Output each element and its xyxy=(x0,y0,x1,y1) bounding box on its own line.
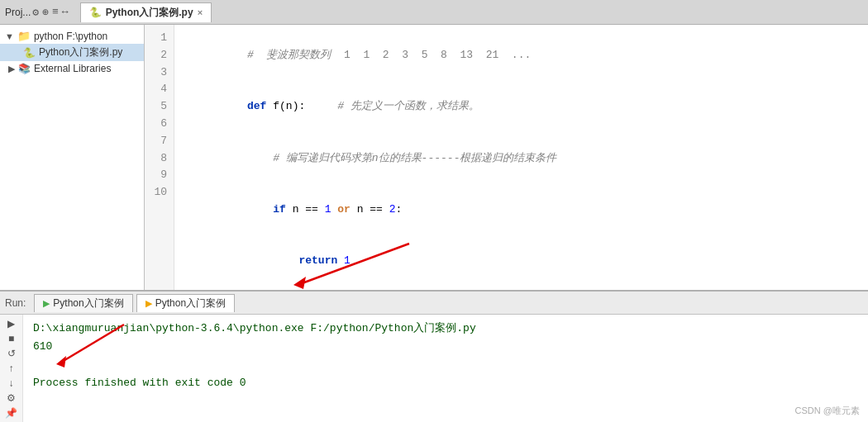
output-610: 610 xyxy=(33,338,858,356)
play-button[interactable]: ▶ xyxy=(3,318,20,330)
editor-tab-active[interactable]: 🐍 Python入门案例.py × xyxy=(80,2,212,22)
sidebar-item-libraries[interactable]: ▶ 📚 External Libraries xyxy=(0,61,144,76)
tab-close-button[interactable]: × xyxy=(198,7,203,17)
code-content: # 斐波那契数列 1 1 2 3 5 8 13 21 ... def f(n):… xyxy=(174,25,868,290)
run-sidebar: ▶ ■ ↺ ↑ ↓ ⚙ 📌 ✕ xyxy=(0,315,23,422)
output-blank xyxy=(33,356,858,374)
comment-3: # 编写递归代码求第n位的结果------根据递归的结束条件 xyxy=(247,152,556,164)
add-icon[interactable]: ⊕ xyxy=(42,6,49,19)
pin-button[interactable]: 📌 xyxy=(3,407,20,419)
kw-return: return xyxy=(247,254,344,267)
project-toolbar: Proj... ⚙ ⊕ ≡ ↔ xyxy=(5,6,69,19)
code-line-2: def f(n): # 先定义一个函数，求结果。 xyxy=(183,81,860,132)
python-file-icon: 🐍 xyxy=(23,47,36,59)
expand-icon[interactable]: ↔ xyxy=(62,6,69,18)
run-tab-bar: Run: ▶ Python入门案例 ▶ Python入门案例 xyxy=(0,292,868,315)
run-icon-1: ▶ xyxy=(43,298,50,309)
command-line: D:\xiangmuruanjian\python-3.6.4\python.e… xyxy=(33,320,858,338)
sidebar-item-file[interactable]: 🐍 Python入门案例.py xyxy=(0,44,144,61)
settings-button[interactable]: ⚙ xyxy=(3,392,20,404)
code-line-4: if n == 1 or n == 2: xyxy=(183,184,860,235)
run-tab-1-label: Python入门案例 xyxy=(53,296,123,311)
chevron-down-icon: ▼ xyxy=(5,31,14,41)
code-line-3: # 编写递归代码求第n位的结果------根据递归的结束条件 xyxy=(183,133,860,184)
stop-button[interactable]: ■ xyxy=(3,333,20,344)
sidebar: ▼ 📁 python F:\python 🐍 Python入门案例.py ▶ 📚… xyxy=(0,25,145,290)
line-numbers: 1 2 3 4 5 6 7 8 9 10 xyxy=(145,25,174,290)
run-content: ▶ ■ ↺ ↑ ↓ ⚙ 📌 ✕ D:\xiangmuruanjian\pytho… xyxy=(0,315,868,422)
top-bar: Proj... ⚙ ⊕ ≡ ↔ 🐍 Python入门案例.py × xyxy=(0,0,868,25)
library-icon: 📚 xyxy=(18,63,31,74)
comment-2: # 先定义一个函数，求结果。 xyxy=(331,100,479,112)
settings-icon[interactable]: ⚙ xyxy=(32,6,39,19)
code-editor[interactable]: 1 2 3 4 5 6 7 8 9 10 # 斐波那契数列 1 1 2 3 5 … xyxy=(145,25,868,290)
run-output: D:\xiangmuruanjian\python-3.6.4\python.e… xyxy=(23,315,868,422)
project-label[interactable]: Proj... xyxy=(5,7,31,18)
bottom-panel: Run: ▶ Python入门案例 ▶ Python入门案例 ▶ ■ ↺ ↑ ↓… xyxy=(0,290,868,422)
process-finished-line: Process finished with exit code 0 xyxy=(33,374,858,392)
rerun-button[interactable]: ↺ xyxy=(3,348,20,359)
sidebar-item-project[interactable]: ▼ 📁 python F:\python xyxy=(0,28,144,44)
watermark: CSDN @唯元素 xyxy=(795,405,860,417)
run-tab-2[interactable]: ▶ Python入门案例 xyxy=(136,294,235,312)
chevron-right-icon: ▶ xyxy=(8,64,15,74)
tab-label: Python入门案例.py xyxy=(106,6,193,20)
scroll-up-button[interactable]: ↑ xyxy=(3,363,20,374)
editor-tab-bar: 🐍 Python入门案例.py × xyxy=(80,2,212,22)
kw-def: def xyxy=(247,100,273,112)
kw-if: if xyxy=(247,203,293,216)
code-line-1: # 斐波那契数列 1 1 2 3 5 8 13 21 ... xyxy=(183,30,860,81)
run-label: Run: xyxy=(5,297,26,309)
main-layout: ▼ 📁 python F:\python 🐍 Python入门案例.py ▶ 📚… xyxy=(0,25,868,290)
comment-1: # 斐波那契数列 1 1 2 3 5 8 13 21 ... xyxy=(247,49,531,61)
code-area: 1 2 3 4 5 6 7 8 9 10 # 斐波那契数列 1 1 2 3 5 … xyxy=(145,25,868,290)
code-line-5: return 1 xyxy=(183,236,860,287)
toolbar-icons: ⚙ ⊕ ≡ ↔ xyxy=(32,6,68,19)
folder-icon: 📁 xyxy=(17,30,31,42)
run-tab-1[interactable]: ▶ Python入门案例 xyxy=(34,294,132,312)
run-tab-2-label: Python入门案例 xyxy=(155,296,226,311)
run-icon-2: ▶ xyxy=(145,298,152,309)
sidebar-project-label: python F:\python xyxy=(34,31,107,42)
tab-file-icon: 🐍 xyxy=(89,7,102,18)
scroll-down-button[interactable]: ↓ xyxy=(3,377,20,389)
fn-name: f(n): xyxy=(273,100,331,112)
menu-icon[interactable]: ≡ xyxy=(52,6,59,18)
sidebar-libraries-label: External Libraries xyxy=(34,63,111,74)
sidebar-file-label: Python入门案例.py xyxy=(39,45,122,59)
